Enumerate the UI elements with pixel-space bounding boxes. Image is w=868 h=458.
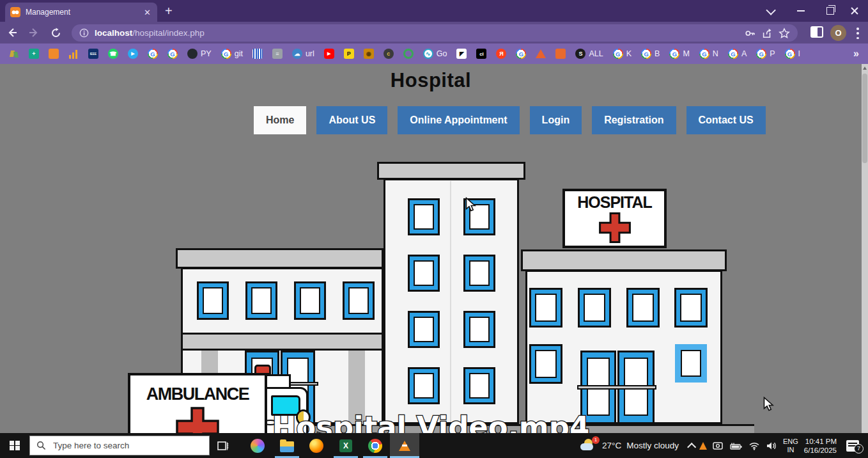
scrollbar-thumb[interactable] bbox=[862, 74, 867, 163]
vlc-tray-icon[interactable] bbox=[699, 442, 707, 450]
bookmark-item[interactable] bbox=[403, 49, 414, 59]
google-icon: G bbox=[756, 49, 766, 59]
bookmark-item[interactable]: + bbox=[29, 49, 39, 59]
battery-tray-icon[interactable] bbox=[730, 442, 743, 450]
file-explorer-app[interactable] bbox=[272, 433, 302, 458]
bookmarks-overflow-chevron[interactable]: » bbox=[853, 48, 859, 59]
vlc-app[interactable] bbox=[390, 433, 419, 458]
wifi-tray-icon[interactable] bbox=[748, 441, 760, 450]
bookmark-item[interactable] bbox=[68, 49, 79, 59]
password-key-icon[interactable] bbox=[744, 28, 756, 39]
start-button[interactable] bbox=[0, 433, 29, 458]
bookmark-item[interactable] bbox=[536, 49, 546, 58]
language-indicator[interactable]: ENGIN bbox=[783, 438, 798, 454]
close-button[interactable] bbox=[841, 0, 868, 22]
bookmark-item[interactable]: Ggit bbox=[221, 49, 243, 59]
site-info-icon[interactable] bbox=[79, 28, 89, 38]
bookmark-item[interactable]: PY bbox=[187, 49, 212, 59]
bookmark-item[interactable]: ☁url bbox=[292, 49, 314, 59]
system-tray: 1 27°C Mostly cloudy ENGIN bbox=[580, 437, 868, 455]
cast-tray-icon[interactable] bbox=[713, 441, 724, 450]
copilot-app[interactable] bbox=[243, 433, 272, 458]
bookmark-item[interactable]: GM bbox=[669, 49, 689, 59]
search-input[interactable] bbox=[52, 440, 195, 451]
bookmark-item[interactable]: SALL bbox=[575, 49, 603, 59]
back-icon[interactable] bbox=[3, 23, 22, 42]
forward-icon[interactable] bbox=[24, 23, 43, 42]
excel-app[interactable]: X bbox=[331, 433, 360, 458]
side-panel-icon[interactable] bbox=[810, 26, 823, 38]
tab-close-icon[interactable]: ✕ bbox=[143, 7, 152, 18]
building-window bbox=[626, 288, 660, 328]
volume-tray-icon[interactable] bbox=[766, 441, 777, 450]
google-icon: G bbox=[516, 49, 526, 59]
bookmark-item[interactable]: ≡ bbox=[272, 49, 283, 59]
clock[interactable]: 10:41 PM6/16/2025 bbox=[804, 437, 837, 455]
taskbar-search[interactable] bbox=[29, 436, 210, 455]
google-icon: G bbox=[728, 49, 738, 59]
browser-menu-icon[interactable] bbox=[856, 26, 859, 41]
search-icon bbox=[36, 441, 46, 450]
bookmark-item[interactable]: G bbox=[516, 49, 526, 59]
new-tab-button[interactable]: + bbox=[165, 4, 173, 19]
whatsapp-icon: ☎ bbox=[108, 49, 118, 59]
bookmark-item[interactable]: ▶ bbox=[324, 49, 334, 59]
firefox-app[interactable] bbox=[302, 433, 331, 458]
share-icon[interactable] bbox=[761, 28, 773, 39]
bookmark-item[interactable]: G bbox=[148, 49, 158, 59]
shapes-icon bbox=[9, 49, 19, 59]
bookmark-item[interactable]: P bbox=[344, 49, 354, 59]
bookmark-item[interactable]: c bbox=[384, 49, 394, 59]
action-center-icon[interactable]: 7 bbox=[846, 440, 859, 452]
bookmark-star-icon[interactable] bbox=[779, 28, 790, 39]
google-icon: G bbox=[221, 49, 231, 59]
red-cross-icon bbox=[598, 210, 632, 245]
url-text[interactable]: localhost/hospital/index.php bbox=[95, 28, 205, 38]
bookmark-item[interactable] bbox=[9, 49, 19, 59]
bookmark-item[interactable] bbox=[49, 49, 59, 59]
hidden-icons-chevron[interactable] bbox=[687, 443, 696, 452]
bookmark-item[interactable]: GP bbox=[756, 49, 775, 59]
bookmark-item[interactable] bbox=[252, 49, 263, 59]
bookmark-item[interactable]: GB bbox=[641, 49, 660, 59]
reload-icon[interactable] bbox=[46, 23, 65, 42]
building-window bbox=[294, 281, 326, 320]
tab-search-icon[interactable] bbox=[758, 0, 785, 22]
bookmark-item[interactable]: GK bbox=[613, 49, 632, 59]
bookmark-item[interactable]: ∿Go bbox=[423, 49, 447, 59]
building-window bbox=[408, 198, 440, 235]
cloud-icon: ☁ bbox=[292, 49, 302, 59]
hospital-video[interactable]: HOSPITAL AMBULANCE bbox=[0, 64, 868, 433]
chrome-app[interactable] bbox=[360, 433, 390, 458]
weather-widget[interactable]: 1 27°C Mostly cloudy bbox=[580, 439, 679, 453]
bookmark-item[interactable]: ☎ bbox=[108, 49, 118, 59]
bookmark-item[interactable]: ◤ bbox=[456, 49, 467, 59]
scroll-up-icon[interactable] bbox=[863, 67, 867, 70]
bookmark-item[interactable]: GN bbox=[699, 49, 718, 59]
taskbar: X 1 27°C Mostly cloudy bbox=[0, 433, 868, 458]
bookmark-item[interactable]: GI bbox=[785, 49, 800, 59]
orange-cam-icon bbox=[555, 49, 566, 59]
task-view-button[interactable] bbox=[212, 433, 234, 458]
bookmark-label: K bbox=[626, 49, 632, 58]
google-icon: G bbox=[148, 49, 158, 59]
profile-avatar[interactable]: O bbox=[830, 25, 846, 41]
minimize-button[interactable] bbox=[787, 0, 814, 22]
building-window bbox=[408, 311, 440, 348]
bookmark-item[interactable]: G bbox=[167, 49, 178, 59]
restore-button[interactable] bbox=[817, 0, 844, 22]
bookmark-item[interactable]: IEEE bbox=[88, 49, 98, 59]
bookmark-item[interactable]: GA bbox=[728, 49, 747, 59]
page-scrollbar[interactable] bbox=[862, 64, 868, 433]
video-cursor-icon bbox=[465, 197, 476, 212]
health-sheet-icon: + bbox=[29, 49, 39, 59]
bookmark-item[interactable]: ◉ bbox=[364, 49, 374, 59]
address-bar[interactable]: localhost/hospital/index.php bbox=[72, 24, 798, 42]
bookmark-item[interactable]: ▶ bbox=[128, 49, 138, 59]
bookmark-item[interactable] bbox=[555, 49, 566, 59]
browser-tab[interactable]: Management ✕ bbox=[5, 3, 157, 22]
bookmark-item[interactable]: Я bbox=[496, 49, 506, 59]
bookmark-item[interactable]: cl bbox=[476, 49, 486, 59]
file-explorer-icon bbox=[280, 441, 294, 452]
google-icon: G bbox=[669, 49, 679, 59]
